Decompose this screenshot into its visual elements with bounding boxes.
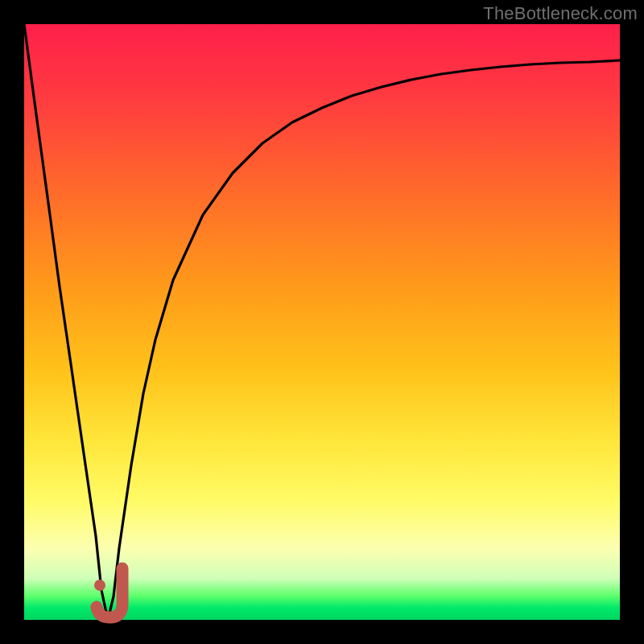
- watermark-text: TheBottleneck.com: [483, 3, 638, 24]
- j-marker-dot: [94, 580, 105, 591]
- j-marker-body: [97, 568, 122, 617]
- chart-frame: TheBottleneck.com: [0, 0, 644, 644]
- j-marker: [24, 24, 620, 620]
